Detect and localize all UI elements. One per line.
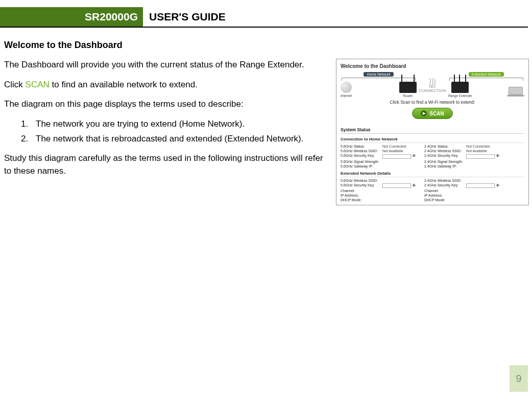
dashboard-screenshot: Welcome to the Dashboard Home Network In…	[336, 59, 529, 205]
paragraph-study: Study this diagram carefully as the term…	[4, 152, 326, 177]
globe-icon	[341, 82, 352, 93]
paragraph-scan: Click SCAN to find an available network …	[4, 79, 326, 91]
no-connection-label: NOCONNECTION	[419, 85, 446, 93]
router-icon	[399, 82, 417, 93]
system-status-heading: System Status	[341, 126, 524, 134]
connection-home-heading: Connection to Home Network	[341, 136, 524, 143]
section-heading: Welcome to the Dashboard	[4, 40, 532, 51]
extended-details-heading: Extended Network Details	[341, 170, 524, 177]
paragraph-intro: The Dashboard will provide you with the …	[4, 59, 326, 72]
scan-button[interactable]: ▶ SCAN	[412, 108, 452, 119]
body-text: The Dashboard will provide you with the …	[4, 59, 326, 205]
home-network-pill: Home Network	[364, 72, 393, 77]
scan-keyword: SCAN	[26, 80, 50, 89]
security-key-input[interactable]	[382, 183, 411, 188]
list-item: The network you are trying to extend (Ho…	[31, 118, 326, 131]
play-icon: ▶	[421, 110, 427, 116]
eye-icon[interactable]: 👁	[496, 154, 500, 158]
security-key-input[interactable]	[382, 154, 411, 159]
scan-prompt: Click Scan to find a Wi-Fi network to ex…	[341, 100, 524, 105]
page-header: SR20000G USER'S GUIDE	[0, 7, 528, 28]
extended-network-pill: Extended Network	[469, 72, 504, 77]
eye-icon[interactable]: 👁	[496, 183, 500, 188]
guide-title: USER'S GUIDE	[143, 7, 226, 27]
product-badge: SR20000G	[0, 7, 143, 27]
extended-network-grid: 5.0GHz Wireless SSID: 2.4GHz Wireless SS…	[341, 179, 524, 202]
laptop-icon	[509, 87, 523, 95]
home-network-grid: 5.0GHz Status:Not Connected 2.4GHz Statu…	[341, 145, 524, 168]
paragraph-diagram-intro: The diagram on this page displays the te…	[4, 98, 326, 111]
page-number: 9	[510, 365, 528, 392]
security-key-input[interactable]	[466, 154, 495, 159]
extender-icon	[451, 82, 469, 93]
eye-icon[interactable]: 👁	[412, 154, 416, 158]
list-item: The network that is rebroadcasted and ex…	[31, 133, 326, 146]
fig-title: Welcome to the Dashboard	[341, 63, 524, 69]
security-key-input[interactable]	[466, 183, 495, 188]
term-list: The network you are trying to extend (Ho…	[4, 118, 326, 145]
eye-icon[interactable]: 👁	[412, 183, 416, 188]
